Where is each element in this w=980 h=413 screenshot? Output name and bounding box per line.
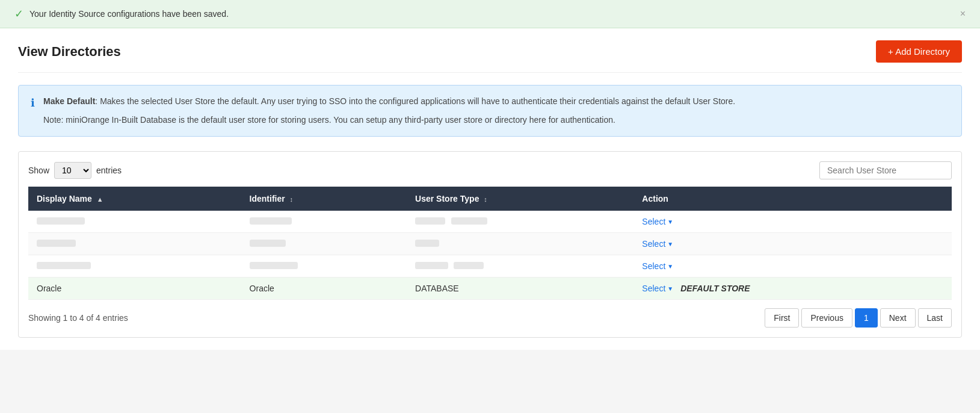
cell-display-name: Oracle: [28, 278, 241, 300]
page-title: View Directories: [18, 44, 121, 60]
close-button[interactable]: ×: [960, 8, 966, 19]
success-banner: ✓ Your Identity Source configurations ha…: [0, 0, 980, 28]
cell-identifier: Oracle: [241, 278, 407, 300]
cell-identifier: [241, 233, 407, 255]
pagination: First Previous 1 Next Last: [765, 308, 952, 328]
cell-display-name: [28, 211, 241, 233]
cell-action: Select ▼: [633, 211, 952, 233]
make-default-label: Make Default: [43, 96, 95, 106]
table-footer: Showing 1 to 4 of 4 entries First Previo…: [28, 308, 952, 328]
show-entries: Show 10 25 50 100 entries: [28, 162, 122, 179]
table-row: Select ▼: [28, 255, 952, 278]
cell-display-name: [28, 255, 241, 278]
first-button[interactable]: First: [765, 308, 799, 328]
caret-icon: ▼: [667, 241, 673, 247]
cell-user-store-type: [407, 255, 633, 278]
entries-select[interactable]: 10 25 50 100: [54, 162, 91, 179]
directories-table: Display Name ▲ Identifier ↕ User Store T…: [28, 187, 952, 300]
cell-identifier: [241, 211, 407, 233]
add-directory-button[interactable]: + Add Directory: [876, 40, 962, 63]
sort-icon-identifier: ↕: [290, 196, 294, 203]
info-text-1: : Makes the selected User Store the defa…: [95, 96, 735, 106]
info-box: ℹ Make Default: Makes the selected User …: [18, 85, 962, 137]
cell-user-store-type: [407, 233, 633, 255]
caret-icon: ▼: [667, 219, 673, 225]
table-row: Select ▼: [28, 211, 952, 233]
col-user-store-type: User Store Type ↕: [407, 187, 633, 211]
search-input[interactable]: [819, 161, 952, 179]
select-button[interactable]: Select ▼: [642, 217, 673, 226]
table-controls: Show 10 25 50 100 entries: [28, 161, 952, 179]
default-store-label: DEFAULT STORE: [680, 284, 750, 293]
table-row: Select ▼: [28, 233, 952, 255]
col-action: Action: [633, 187, 952, 211]
page-1-button[interactable]: 1: [855, 308, 878, 328]
cell-identifier: [241, 255, 407, 278]
table-header-row: Display Name ▲ Identifier ↕ User Store T…: [28, 187, 952, 211]
success-message: Your Identity Source configurations have…: [29, 9, 229, 19]
show-label: Show: [28, 166, 49, 175]
previous-button[interactable]: Previous: [801, 308, 852, 328]
cell-action: Select ▼ DEFAULT STORE: [633, 278, 952, 299]
next-button[interactable]: Next: [880, 308, 916, 328]
cell-user-store-type: DATABASE: [407, 278, 633, 300]
col-display-name: Display Name ▲: [28, 187, 241, 211]
cell-display-name: [28, 233, 241, 255]
cell-action: Select ▼: [633, 233, 952, 255]
entries-label: entries: [96, 166, 122, 175]
sort-icon-display-name: ▲: [97, 196, 103, 203]
showing-text: Showing 1 to 4 of 4 entries: [28, 313, 128, 323]
cell-user-store-type: [407, 211, 633, 233]
table-section: Show 10 25 50 100 entries Display Name ▲: [18, 151, 962, 338]
select-button[interactable]: Select ▼: [642, 261, 673, 271]
caret-icon: ▼: [667, 285, 673, 292]
select-button[interactable]: Select ▼: [642, 239, 673, 249]
table-body: Select ▼ Select ▼: [28, 211, 952, 300]
sort-icon-user-store-type: ↕: [484, 196, 487, 203]
col-identifier: Identifier ↕: [241, 187, 407, 211]
info-box-text: Make Default: Makes the selected User St…: [43, 95, 735, 126]
info-icon: ℹ: [31, 96, 35, 126]
cell-action: Select ▼: [633, 255, 952, 278]
table-row: Oracle Oracle DATABASE Select ▼ DEFAULT …: [28, 278, 952, 300]
last-button[interactable]: Last: [918, 308, 952, 328]
page-content: View Directories + Add Directory ℹ Make …: [0, 28, 980, 350]
page-header: View Directories + Add Directory: [18, 40, 962, 73]
select-button[interactable]: Select ▼: [642, 284, 673, 293]
caret-icon: ▼: [667, 263, 673, 270]
info-text-2: Note: miniOrange In-Built Database is th…: [43, 114, 735, 126]
success-icon: ✓: [14, 7, 23, 20]
